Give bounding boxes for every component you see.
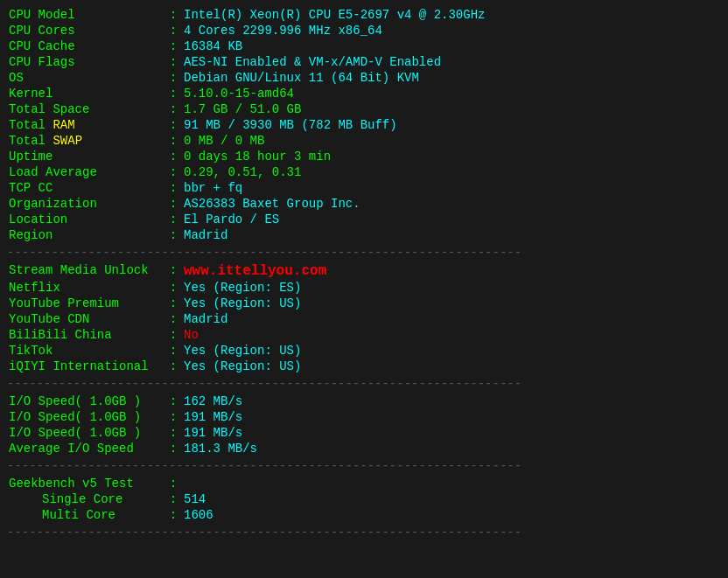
label-organization: Organization (7, 196, 164, 212)
label-tiktok: TikTok (7, 343, 164, 359)
label-iqiyi: iQIYI International (7, 359, 164, 374)
value-geekbench-header (182, 476, 721, 491)
label-youtube-cdn: YouTube CDN (7, 311, 164, 327)
value-tiktok: Yes (Region: US) (182, 343, 721, 359)
table-row: Single Core : 514 (7, 491, 721, 507)
label-load-average: Load Average (7, 164, 164, 180)
label-geekbench-title: Geekbench v5 Test (7, 476, 164, 491)
table-row: Region : Madrid (7, 227, 721, 243)
value-kernel: 5.10.0-15-amd64 (182, 86, 721, 101)
table-row: YouTube CDN : Madrid (7, 311, 721, 327)
label-total-space: Total Space (7, 101, 164, 117)
label-location: Location (7, 212, 164, 227)
label-stream-unlock: Stream Media Unlock (7, 262, 164, 280)
value-youtube-cdn: Madrid (182, 311, 721, 327)
table-row: I/O Speed( 1.0GB ) : 191 MB/s (7, 409, 721, 425)
table-row: CPU Flags : AES-NI Enabled & VM-x/AMD-V … (7, 54, 721, 70)
value-io-speed-1: 162 MB/s (182, 393, 721, 409)
label-netflix: Netflix (7, 280, 164, 296)
table-row: CPU Cache : 16384 KB (7, 38, 721, 54)
table-row: OS : Debian GNU/Linux 11 (64 Bit) KVM (7, 70, 721, 86)
table-row: iQIYI International : Yes (Region: US) (7, 359, 721, 374)
value-bilibili: No (182, 327, 721, 343)
geekbench-table: Geekbench v5 Test : Single Core : 514 Mu… (7, 476, 721, 523)
table-row: Load Average : 0.29, 0.51, 0.31 (7, 164, 721, 180)
value-location: El Pardo / ES (182, 212, 721, 227)
value-cpu-cores: 4 Cores 2299.996 MHz x86_64 (182, 23, 721, 38)
value-total-ram: 91 MB / 3930 MB (782 MB Buff) (182, 117, 721, 133)
label-io-speed-2: I/O Speed( 1.0GB ) (7, 409, 164, 425)
label-region: Region (7, 227, 164, 243)
system-info-panel: CPU Model : Intel(R) Xeon(R) CPU E5-2697… (7, 7, 721, 542)
table-row: TikTok : Yes (Region: US) (7, 343, 721, 359)
value-organization: AS26383 Baxet Group Inc. (182, 196, 721, 212)
label-os: OS (7, 70, 164, 86)
label-total-ram: Total RAM (7, 117, 164, 133)
table-row: BiliBili China : No (7, 327, 721, 343)
value-single-core: 514 (182, 491, 721, 507)
table-row: CPU Cores : 4 Cores 2299.996 MHz x86_64 (7, 23, 721, 38)
table-row: TCP CC : bbr + fq (7, 180, 721, 196)
value-io-speed-3: 191 MB/s (182, 425, 721, 441)
watermark-text: www.ittellyou.com (184, 263, 326, 279)
label-youtube-premium: YouTube Premium (7, 296, 164, 311)
label-multi-core: Multi Core (7, 507, 164, 523)
separator-2: ----------------------------------------… (7, 374, 721, 393)
label-io-speed-1: I/O Speed( 1.0GB ) (7, 393, 164, 409)
value-load-average: 0.29, 0.51, 0.31 (182, 164, 721, 180)
table-row: I/O Speed( 1.0GB ) : 162 MB/s (7, 393, 721, 409)
table-row: Total Space : 1.7 GB / 51.0 GB (7, 101, 721, 117)
table-row: Kernel : 5.10.0-15-amd64 (7, 86, 721, 101)
label-total-swap: Total SWAP (7, 133, 164, 149)
table-row: Uptime : 0 days 18 hour 3 min (7, 149, 721, 164)
table-row: Total SWAP : 0 MB / 0 MB (7, 133, 721, 149)
value-cpu-cache: 16384 KB (182, 38, 721, 54)
separator-4: ----------------------------------------… (7, 523, 721, 542)
label-cpu-flags: CPU Flags (7, 54, 164, 70)
streaming-table: Stream Media Unlock : www.ittellyou.com … (7, 262, 721, 374)
label-cpu-model: CPU Model (7, 7, 164, 23)
table-row: I/O Speed( 1.0GB ) : 191 MB/s (7, 425, 721, 441)
label-bilibili: BiliBili China (7, 327, 164, 343)
table-row: Location : El Pardo / ES (7, 212, 721, 227)
label-io-speed-3: I/O Speed( 1.0GB ) (7, 425, 164, 441)
label-single-core: Single Core (7, 491, 164, 507)
value-iqiyi: Yes (Region: US) (182, 359, 721, 374)
label-kernel: Kernel (7, 86, 164, 101)
separator-3: ----------------------------------------… (7, 456, 721, 476)
label-uptime: Uptime (7, 149, 164, 164)
value-stream-header: www.ittellyou.com (182, 262, 721, 280)
table-row: YouTube Premium : Yes (Region: US) (7, 296, 721, 311)
table-row: CPU Model : Intel(R) Xeon(R) CPU E5-2697… (7, 7, 721, 23)
table-row: Organization : AS26383 Baxet Group Inc. (7, 196, 721, 212)
table-row: Stream Media Unlock : www.ittellyou.com (7, 262, 721, 280)
label-cpu-cores: CPU Cores (7, 23, 164, 38)
separator-1: ----------------------------------------… (7, 243, 721, 262)
label-cpu-cache: CPU Cache (7, 38, 164, 54)
io-table: I/O Speed( 1.0GB ) : 162 MB/s I/O Speed(… (7, 393, 721, 456)
system-table: CPU Model : Intel(R) Xeon(R) CPU E5-2697… (7, 7, 721, 243)
value-netflix: Yes (Region: ES) (182, 280, 721, 296)
value-multi-core: 1606 (182, 507, 721, 523)
value-total-swap: 0 MB / 0 MB (182, 133, 721, 149)
value-uptime: 0 days 18 hour 3 min (182, 149, 721, 164)
value-avg-io: 181.3 MB/s (182, 441, 721, 456)
value-total-space: 1.7 GB / 51.0 GB (182, 101, 721, 117)
label-avg-io: Average I/O Speed (7, 441, 164, 456)
table-row: Multi Core : 1606 (7, 507, 721, 523)
value-region: Madrid (182, 227, 721, 243)
value-cpu-model: Intel(R) Xeon(R) CPU E5-2697 v4 @ 2.30GH… (182, 7, 721, 23)
value-io-speed-2: 191 MB/s (182, 409, 721, 425)
value-os: Debian GNU/Linux 11 (64 Bit) KVM (182, 70, 721, 86)
value-tcp-cc: bbr + fq (182, 180, 721, 196)
table-row: Average I/O Speed : 181.3 MB/s (7, 441, 721, 456)
label-tcp-cc: TCP CC (7, 180, 164, 196)
value-cpu-flags: AES-NI Enabled & VM-x/AMD-V Enabled (182, 54, 721, 70)
table-row: Geekbench v5 Test : (7, 476, 721, 491)
table-row: Total RAM : 91 MB / 3930 MB (782 MB Buff… (7, 117, 721, 133)
table-row: Netflix : Yes (Region: ES) (7, 280, 721, 296)
value-youtube-premium: Yes (Region: US) (182, 296, 721, 311)
